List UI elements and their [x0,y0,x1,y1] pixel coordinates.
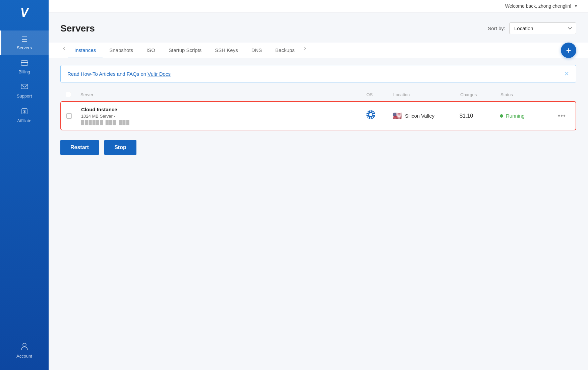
column-location: Location [393,92,460,97]
server-name[interactable]: Cloud Instance [81,107,366,112]
page-header: Servers Sort by: Location Name Status Ch… [60,22,576,34]
topbar-chevron-icon: ▼ [574,4,578,8]
tabs-row: ‹ Instances Snapshots ISO Startup Script… [49,43,588,58]
row-more-button[interactable]: ••• [553,111,570,121]
sidebar-logo: V [20,3,28,20]
servers-icon: ☰ [21,35,27,43]
sidebar-label-billing: Billing [18,69,30,74]
tab-iso[interactable]: ISO [140,43,162,58]
page-title: Servers [60,23,95,34]
svg-rect-0 [21,61,28,65]
svg-point-7 [369,113,372,116]
sidebar-label-servers: Servers [17,45,32,50]
sort-by-label: Sort by: [488,25,505,31]
table-header: Server OS Location Charges Status [60,89,576,100]
topbar: Welcome back, zhong chenglin! ▼ [49,0,588,12]
row-checkbox-cell [66,113,81,119]
sidebar: V ☰ Servers Billing Support $ [0,0,49,370]
server-ip: ██████ ███ ███ [81,120,366,125]
add-server-button[interactable]: + [561,43,576,58]
sidebar-item-account[interactable]: Account [0,338,49,363]
column-server: Server [80,92,366,97]
main-area: Welcome back, zhong chenglin! ▼ Servers … [49,0,588,370]
tab-ssh-keys[interactable]: SSH Keys [208,43,244,58]
banner-text: Read How-To Articles and FAQs on Vultr D… [67,71,171,77]
restart-button[interactable]: Restart [60,140,99,155]
sidebar-label-support: Support [17,94,32,99]
location-name: Silicon Valley [405,113,434,119]
svg-rect-10 [366,114,368,115]
svg-rect-8 [370,110,371,112]
tab-snapshots[interactable]: Snapshots [103,43,140,58]
support-icon [21,84,28,91]
sort-by-select[interactable]: Location Name Status Charges [509,22,576,34]
action-buttons: Restart Stop [60,140,576,155]
sidebar-item-servers[interactable]: ☰ Servers [0,30,49,55]
vultr-docs-link[interactable]: Vultr Docs [148,71,171,77]
tab-dns[interactable]: DNS [245,43,269,58]
status-cell: Running [500,113,553,119]
sidebar-item-affiliate[interactable]: $ Affiliate [0,103,49,128]
charges-cell: $1.10 [460,113,500,119]
stop-button[interactable]: Stop [104,140,136,155]
column-charges: Charges [460,92,501,97]
tab-instances[interactable]: Instances [68,43,103,58]
tab-prev-button[interactable]: ‹ [60,45,68,56]
tab-next-button[interactable]: › [301,45,309,56]
sort-by-area: Sort by: Location Name Status Charges [488,22,576,34]
server-info: Cloud Instance 1024 MB Server - ██████ █… [81,107,366,125]
svg-rect-1 [21,62,28,63]
sidebar-label-affiliate: Affiliate [17,118,31,123]
status-dot [500,114,503,118]
tab-startup-scripts[interactable]: Startup Scripts [162,43,208,58]
content-area: Servers Sort by: Location Name Status Ch… [49,12,588,370]
sidebar-item-billing[interactable]: Billing [0,55,49,79]
info-banner: Read How-To Articles and FAQs on Vultr D… [60,65,576,82]
svg-rect-2 [21,84,28,89]
svg-rect-9 [370,117,371,119]
account-icon [21,343,28,352]
flag-icon: 🇺🇸 [393,112,402,120]
location-cell: 🇺🇸 Silicon Valley [393,112,460,120]
banner-close-button[interactable]: ✕ [564,70,569,77]
tab-backups[interactable]: Backups [269,43,301,58]
column-os: OS [366,92,393,97]
server-spec: 1024 MB Server - [81,114,366,119]
welcome-text: Welcome back, zhong chenglin! [505,3,571,9]
row-checkbox[interactable] [66,113,72,119]
svg-point-5 [23,343,26,347]
billing-icon [21,60,28,67]
header-checkbox-cell [66,92,80,97]
sidebar-item-support[interactable]: Support [0,79,49,103]
affiliate-icon: $ [21,108,28,116]
status-label: Running [506,113,525,119]
table-row: Cloud Instance 1024 MB Server - ██████ █… [60,101,576,130]
os-icon [366,110,393,122]
svg-rect-11 [373,114,375,115]
svg-text:$: $ [23,109,25,114]
sidebar-label-account: Account [16,354,32,359]
column-status: Status [501,92,554,97]
select-all-checkbox[interactable] [66,92,71,97]
